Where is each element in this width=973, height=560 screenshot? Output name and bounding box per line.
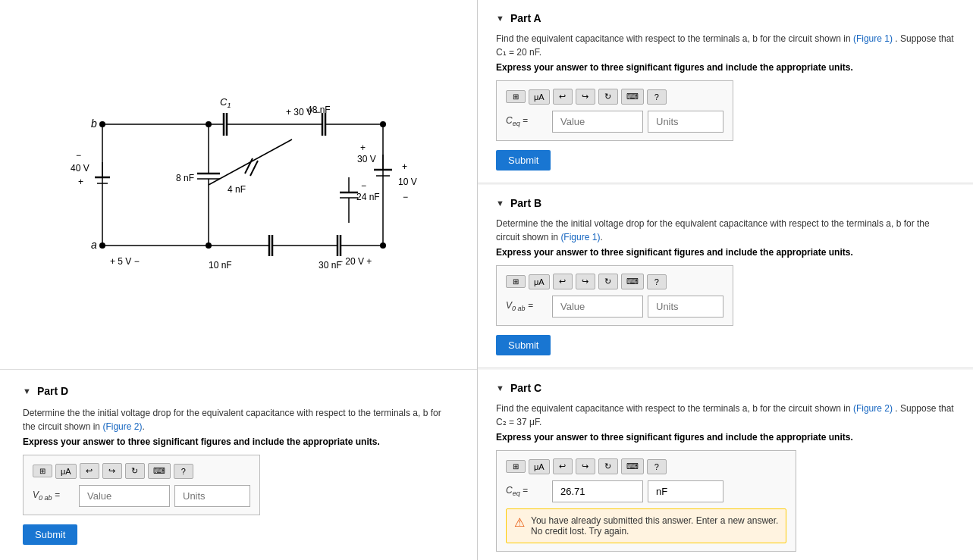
svg-text:+  5 V  −: + 5 V − xyxy=(110,256,140,267)
svg-text:48 nF: 48 nF xyxy=(307,105,331,115)
undo-button-d[interactable]: ↩ xyxy=(80,463,99,479)
keyboard-button-a[interactable]: ⌨ xyxy=(621,89,644,105)
part-c-warning-box: ⚠ You have already submitted this answer… xyxy=(506,508,786,543)
part-a-description: Find the equivalent capacitance with res… xyxy=(496,32,955,59)
warning-icon: ⚠ xyxy=(514,515,525,530)
part-a-toolbar: ⊞ μA ↩ ↪ ↻ ⌨ ? xyxy=(506,89,723,105)
svg-text:+: + xyxy=(78,177,83,187)
redo-button-a[interactable]: ↪ xyxy=(576,89,595,105)
svg-text:8 nF: 8 nF xyxy=(176,173,194,183)
part-d-section: ▼ Part D Determine the the initial volta… xyxy=(0,370,477,560)
part-b-input-row: V0 ab = xyxy=(506,296,723,318)
part-d-header: ▼ Part D xyxy=(23,385,454,397)
svg-text:−: − xyxy=(361,180,366,191)
part-c-warning-text: You have already submitted this answer. … xyxy=(531,515,778,537)
help-button-c[interactable]: ? xyxy=(647,459,667,474)
part-a-bold-text: Express your answer to three significant… xyxy=(496,62,955,73)
keyboard-button-d[interactable]: ⌨ xyxy=(148,463,171,479)
matrix-button-b[interactable]: ⊞ xyxy=(506,275,526,288)
part-b-collapse-arrow[interactable]: ▼ xyxy=(496,199,504,208)
mu-button-d[interactable]: μA xyxy=(55,464,77,479)
refresh-button-b[interactable]: ↻ xyxy=(598,274,618,289)
part-b-description: Determine the the initial voltage drop f… xyxy=(496,217,955,244)
part-c-answer-box: ⊞ μA ↩ ↪ ↻ ⌨ ? Ceq = ⚠ You have already … xyxy=(496,450,796,552)
refresh-button-c[interactable]: ↻ xyxy=(598,458,618,474)
part-b-units-input[interactable] xyxy=(648,296,723,318)
part-b-answer-box: ⊞ μA ↩ ↪ ↻ ⌨ ? V0 ab = xyxy=(496,265,733,326)
part-b-submit-button[interactable]: Submit xyxy=(496,335,551,355)
circuit-svg: b a xyxy=(57,71,421,299)
refresh-button-d[interactable]: ↻ xyxy=(125,463,145,479)
matrix-button-a[interactable]: ⊞ xyxy=(506,90,526,103)
redo-button-c[interactable]: ↪ xyxy=(576,458,595,474)
part-d-figure-link[interactable]: (Figure 2) xyxy=(102,421,142,432)
part-d-description: Determine the the initial voltage drop f… xyxy=(23,406,454,433)
help-button-a[interactable]: ? xyxy=(647,89,667,105)
svg-line-40 xyxy=(245,158,253,174)
matrix-button-c[interactable]: ⊞ xyxy=(506,460,526,473)
svg-line-41 xyxy=(250,161,258,176)
keyboard-button-c[interactable]: ⌨ xyxy=(621,458,644,474)
part-c-eq-label: Ceq = xyxy=(506,485,548,497)
part-b-figure-link[interactable]: (Figure 1) xyxy=(560,232,600,242)
refresh-button-a[interactable]: ↻ xyxy=(598,89,618,105)
part-c-header: ▼ Part C xyxy=(496,382,955,394)
part-a-figure-link[interactable]: (Figure 1) xyxy=(853,33,893,44)
part-d-label: Part D xyxy=(37,385,68,397)
redo-button-d[interactable]: ↪ xyxy=(102,463,122,479)
part-b-header: ▼ Part B xyxy=(496,197,955,209)
part-b-value-input[interactable] xyxy=(552,296,643,318)
part-a-section: ▼ Part A Find the equivalent capacitance… xyxy=(478,0,973,183)
matrix-button-d[interactable]: ⊞ xyxy=(33,465,52,477)
part-d-toolbar: ⊞ μA ↩ ↪ ↻ ⌨ ? xyxy=(33,463,250,479)
svg-text:+: + xyxy=(360,142,366,153)
part-b-label: Part B xyxy=(510,197,541,209)
part-d-value-input[interactable] xyxy=(79,485,170,507)
part-c-collapse-arrow[interactable]: ▼ xyxy=(496,383,504,393)
undo-button-c[interactable]: ↩ xyxy=(553,458,573,474)
part-d-input-row: V0 ab = xyxy=(33,485,250,507)
right-panel: ▼ Part A Find the equivalent capacitance… xyxy=(478,0,973,560)
keyboard-button-b[interactable]: ⌨ xyxy=(621,274,644,289)
svg-point-25 xyxy=(99,242,105,249)
part-a-units-input[interactable] xyxy=(648,111,723,133)
part-c-value-input[interactable] xyxy=(552,480,643,502)
part-a-submit-button[interactable]: Submit xyxy=(496,150,551,171)
part-c-toolbar: ⊞ μA ↩ ↪ ↻ ⌨ ? xyxy=(506,458,786,474)
svg-text:−: − xyxy=(403,192,408,202)
part-a-eq-label: Ceq = xyxy=(506,115,548,127)
undo-button-a[interactable]: ↩ xyxy=(553,89,573,105)
part-d-answer-box: ⊞ μA ↩ ↪ ↻ ⌨ ? V0 ab = xyxy=(23,455,260,515)
part-c-figure-link[interactable]: (Figure 2) xyxy=(853,403,893,414)
svg-text:b: b xyxy=(91,117,97,130)
part-c-bold-text: Express your answer to three significant… xyxy=(496,432,955,443)
part-d-eq-label: V0 ab = xyxy=(33,490,74,502)
part-a-header: ▼ Part A xyxy=(496,12,955,24)
part-a-collapse-arrow[interactable]: ▼ xyxy=(496,14,504,23)
left-panel: b a xyxy=(0,0,478,560)
part-a-label: Part A xyxy=(510,12,541,24)
help-button-d[interactable]: ? xyxy=(174,464,193,479)
mu-button-b[interactable]: μA xyxy=(529,274,550,289)
svg-point-15 xyxy=(380,121,386,127)
part-c-units-input[interactable] xyxy=(648,480,723,502)
undo-button-b[interactable]: ↩ xyxy=(553,274,573,289)
help-button-b[interactable]: ? xyxy=(647,274,667,289)
part-a-value-input[interactable] xyxy=(552,111,643,133)
part-d-submit-button[interactable]: Submit xyxy=(23,524,77,545)
part-d-units-input[interactable] xyxy=(174,485,250,507)
mu-button-c[interactable]: μA xyxy=(529,459,550,474)
part-c-label: Part C xyxy=(510,382,541,394)
mu-button-a[interactable]: μA xyxy=(529,89,550,105)
part-b-toolbar: ⊞ μA ↩ ↪ ↻ ⌨ ? xyxy=(506,274,723,289)
part-c-description: Find the equivalent capacitance with res… xyxy=(496,402,955,429)
svg-text:−  20 V  +: − 20 V + xyxy=(337,256,372,267)
part-b-bold-text: Express your answer to three significant… xyxy=(496,247,955,258)
part-d-collapse-arrow[interactable]: ▼ xyxy=(23,386,31,396)
redo-button-b[interactable]: ↪ xyxy=(576,274,595,289)
part-a-input-row: Ceq = xyxy=(506,111,723,133)
svg-text:a: a xyxy=(91,239,97,251)
svg-text:10 V: 10 V xyxy=(398,177,417,187)
svg-text:40 V: 40 V xyxy=(71,163,89,174)
part-a-answer-box: ⊞ μA ↩ ↪ ↻ ⌨ ? Ceq = xyxy=(496,80,733,141)
